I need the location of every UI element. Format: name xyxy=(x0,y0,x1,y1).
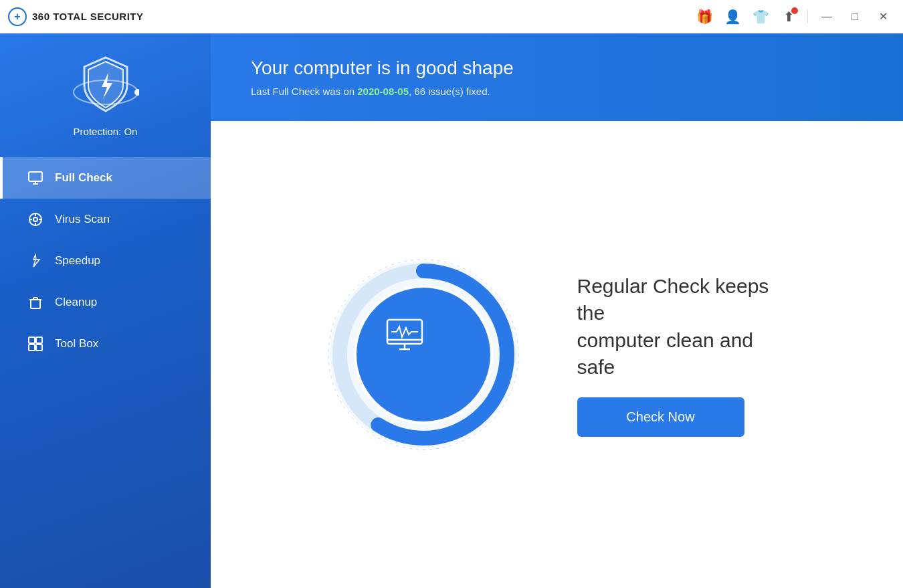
speedup-label: Speedup xyxy=(55,254,100,268)
close-icon: ✕ xyxy=(879,10,888,23)
upload-badge xyxy=(791,7,798,14)
svg-rect-18 xyxy=(29,345,35,351)
sidebar: Protection: On Full Check xyxy=(0,33,211,588)
donut-chart xyxy=(323,254,524,455)
cleanup-label: Cleanup xyxy=(55,296,97,309)
sidebar-nav: Full Check Virus Scan xyxy=(0,157,211,365)
title-bar-left: + 360 TOTAL SECURITY xyxy=(8,7,144,26)
sidebar-item-full-check[interactable]: Full Check xyxy=(0,157,211,199)
separator xyxy=(807,10,808,23)
svg-rect-17 xyxy=(36,337,42,343)
shield-wrap xyxy=(72,52,139,119)
sidebar-item-virus-scan[interactable]: Virus Scan xyxy=(0,199,211,240)
content-body: Regular Check keeps the computer clean a… xyxy=(211,121,903,588)
header-sub: Last Full Check was on 2020-08-05, 66 is… xyxy=(251,86,863,97)
user-account-button[interactable]: 👤 xyxy=(720,5,744,29)
full-check-label: Full Check xyxy=(55,171,112,185)
maximize-button[interactable]: □ xyxy=(843,5,867,29)
virus-scan-icon xyxy=(27,211,44,228)
content-area: Your computer is in good shape Last Full… xyxy=(211,33,903,588)
shield-svg xyxy=(72,52,139,119)
gift-icon: 🎁 xyxy=(696,9,713,25)
toolbox-icon xyxy=(27,335,44,353)
sidebar-item-toolbox[interactable]: Tool Box xyxy=(0,323,211,365)
header-date: 2020-08-05 xyxy=(357,86,409,97)
upload-button[interactable]: ⬆ xyxy=(777,5,801,29)
sub-text-after: , 66 issue(s) fixed. xyxy=(409,86,490,97)
toolbox-label: Tool Box xyxy=(55,337,98,351)
app-logo: + xyxy=(8,7,27,26)
sidebar-logo-area: Protection: On xyxy=(72,33,139,152)
title-bar-right: 🎁 👤 👕 ⬆ — □ ✕ xyxy=(692,5,895,29)
full-check-icon xyxy=(27,169,44,187)
main-tagline: Regular Check keeps the computer clean a… xyxy=(577,273,791,381)
tagline-line1: Regular Check keeps the xyxy=(577,275,769,324)
cleanup-icon xyxy=(27,294,44,311)
monitor-svg xyxy=(383,314,426,357)
theme-button[interactable]: 👕 xyxy=(748,5,773,29)
content-header: Your computer is in good shape Last Full… xyxy=(211,33,903,121)
close-button[interactable]: ✕ xyxy=(871,5,895,29)
sidebar-item-speedup[interactable]: Speedup xyxy=(0,240,211,282)
title-bar: + 360 TOTAL SECURITY 🎁 👤 👕 ⬆ — □ ✕ xyxy=(0,0,903,33)
shirt-icon: 👕 xyxy=(752,9,769,25)
sidebar-item-cleanup[interactable]: Cleanup xyxy=(0,282,211,323)
monitor-icon-wrap xyxy=(383,314,464,395)
minimize-icon: — xyxy=(821,11,832,23)
speedup-icon xyxy=(27,252,44,270)
gift-button[interactable]: 🎁 xyxy=(692,5,716,29)
maximize-icon: □ xyxy=(851,11,858,23)
svg-rect-16 xyxy=(29,337,35,343)
main-layout: Protection: On Full Check xyxy=(0,33,903,588)
logo-symbol: + xyxy=(14,11,20,23)
sub-text-before: Last Full Check was on xyxy=(251,86,357,97)
svg-rect-2 xyxy=(29,172,42,181)
protection-label: Protection: On xyxy=(74,126,138,137)
svg-point-1 xyxy=(134,89,139,96)
user-icon: 👤 xyxy=(724,9,741,25)
virus-scan-label: Virus Scan xyxy=(55,213,110,226)
content-inner: Regular Check keeps the computer clean a… xyxy=(323,254,791,455)
check-now-button[interactable]: Check Now xyxy=(577,397,744,437)
right-content: Regular Check keeps the computer clean a… xyxy=(577,273,791,437)
tagline-line2: computer clean and safe xyxy=(577,329,754,379)
svg-rect-11 xyxy=(31,300,40,308)
svg-rect-19 xyxy=(36,345,42,351)
svg-point-6 xyxy=(33,217,37,221)
header-main-title: Your computer is in good shape xyxy=(251,58,863,79)
app-title: 360 TOTAL SECURITY xyxy=(32,11,144,22)
minimize-button[interactable]: — xyxy=(815,5,839,29)
